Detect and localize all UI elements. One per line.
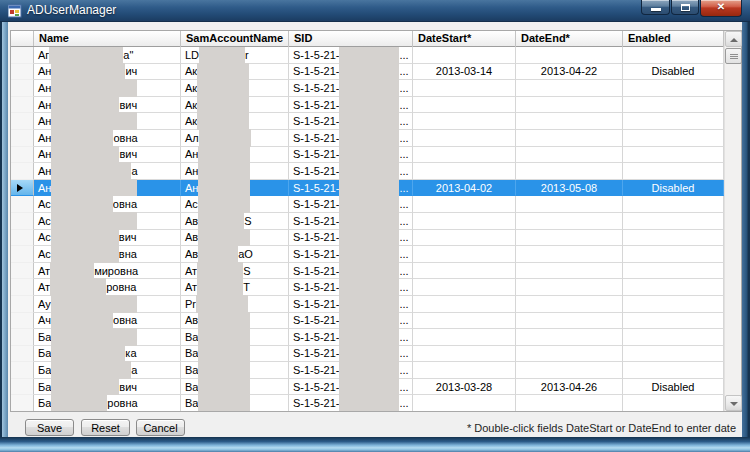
enabled-cell[interactable] xyxy=(623,47,724,64)
name-cell[interactable]: Ау xyxy=(34,296,181,313)
samaccountname-cell[interactable]: Ва xyxy=(181,379,289,396)
row-header-cell[interactable] xyxy=(11,80,34,97)
dateend-cell[interactable] xyxy=(516,329,623,346)
datestart-cell[interactable] xyxy=(413,346,516,363)
enabled-cell[interactable]: Disabled xyxy=(623,379,724,396)
enabled-cell[interactable] xyxy=(623,163,724,180)
row-header-cell[interactable] xyxy=(11,97,34,114)
samaccountname-cell[interactable]: Ан xyxy=(181,163,289,180)
titlebar[interactable]: ADUserManager ✕ xyxy=(0,0,750,22)
enabled-cell[interactable] xyxy=(623,296,724,313)
table-row[interactable]: Ау Pr S-1-5-21-... xyxy=(11,296,724,313)
samaccountname-cell[interactable]: Ак xyxy=(181,80,289,97)
samaccountname-cell[interactable]: LDr xyxy=(181,47,289,64)
dateend-cell[interactable] xyxy=(516,263,623,280)
table-row[interactable]: Баа Ва S-1-5-21-... xyxy=(11,362,724,379)
dateend-cell[interactable] xyxy=(516,246,623,263)
datestart-cell[interactable] xyxy=(413,147,516,164)
name-cell[interactable]: Ан xyxy=(34,180,181,197)
enabled-cell[interactable] xyxy=(623,279,724,296)
sid-cell[interactable]: S-1-5-21-... xyxy=(289,130,413,147)
samaccountname-cell[interactable]: Ал xyxy=(181,130,289,147)
samaccountname-cell[interactable]: Ва xyxy=(181,362,289,379)
row-header-cell[interactable] xyxy=(11,130,34,147)
row-header-cell[interactable] xyxy=(11,263,34,280)
sid-cell[interactable]: S-1-5-21-... xyxy=(289,180,413,197)
enabled-cell[interactable] xyxy=(623,246,724,263)
scrollbar-up-button[interactable] xyxy=(725,31,742,47)
dateend-cell[interactable] xyxy=(516,163,623,180)
save-button[interactable]: Save xyxy=(25,419,74,436)
scrollbar-thumb[interactable] xyxy=(725,48,742,64)
enabled-cell[interactable] xyxy=(623,362,724,379)
column-header-dateend[interactable]: DateEnd* xyxy=(516,31,623,47)
table-row[interactable]: Асвич Ав S-1-5-21-... xyxy=(11,230,724,247)
datestart-cell[interactable] xyxy=(413,130,516,147)
table-row[interactable]: Ан Ак S-1-5-21-... xyxy=(11,80,724,97)
name-cell[interactable]: Ба xyxy=(34,329,181,346)
sid-cell[interactable]: S-1-5-21-... xyxy=(289,263,413,280)
samaccountname-cell[interactable]: Ва xyxy=(181,395,289,411)
enabled-cell[interactable] xyxy=(623,80,724,97)
dateend-cell[interactable] xyxy=(516,296,623,313)
samaccountname-cell[interactable]: АваО xyxy=(181,246,289,263)
dateend-cell[interactable] xyxy=(516,362,623,379)
row-header-cell[interactable] xyxy=(11,213,34,230)
sid-cell[interactable]: S-1-5-21-... xyxy=(289,230,413,247)
dateend-cell[interactable] xyxy=(516,147,623,164)
dateend-cell[interactable] xyxy=(516,395,623,411)
dateend-cell[interactable] xyxy=(516,230,623,247)
sid-cell[interactable]: S-1-5-21-... xyxy=(289,379,413,396)
datestart-cell[interactable]: 2013-04-02 xyxy=(413,180,516,197)
row-header-cell[interactable] xyxy=(11,395,34,411)
table-row[interactable]: Ана Ан S-1-5-21-... xyxy=(11,163,724,180)
row-header-cell[interactable] xyxy=(11,230,34,247)
name-cell[interactable]: Бака xyxy=(34,346,181,363)
samaccountname-cell[interactable]: АвS xyxy=(181,213,289,230)
table-row[interactable]: Анвич Ан S-1-5-21-... xyxy=(11,147,724,164)
table-row[interactable]: Асвна АваО S-1-5-21-... xyxy=(11,246,724,263)
name-cell[interactable]: Ан xyxy=(34,80,181,97)
samaccountname-cell[interactable]: Ав xyxy=(181,230,289,247)
enabled-cell[interactable] xyxy=(623,313,724,330)
row-header-cell[interactable] xyxy=(11,279,34,296)
datestart-cell[interactable] xyxy=(413,47,516,64)
sid-cell[interactable]: S-1-5-21-... xyxy=(289,113,413,130)
sid-cell[interactable]: S-1-5-21-... xyxy=(289,362,413,379)
column-header-datestart[interactable]: DateStart* xyxy=(413,31,516,47)
enabled-cell[interactable] xyxy=(623,113,724,130)
sid-cell[interactable]: S-1-5-21-... xyxy=(289,64,413,81)
row-header-cell[interactable] xyxy=(11,113,34,130)
close-button[interactable]: ✕ xyxy=(700,0,742,17)
dateend-cell[interactable] xyxy=(516,213,623,230)
table-row[interactable]: Бака Ва S-1-5-21-... xyxy=(11,346,724,363)
dateend-cell[interactable] xyxy=(516,196,623,213)
datestart-cell[interactable] xyxy=(413,80,516,97)
column-header-sid[interactable]: SID xyxy=(289,31,413,47)
column-header-enabled[interactable]: Enabled xyxy=(623,31,724,47)
enabled-cell[interactable]: Disabled xyxy=(623,180,724,197)
datestart-cell[interactable] xyxy=(413,246,516,263)
samaccountname-cell[interactable]: Ан xyxy=(181,147,289,164)
samaccountname-cell[interactable]: АтT xyxy=(181,279,289,296)
samaccountname-cell[interactable]: Ва xyxy=(181,346,289,363)
datestart-cell[interactable] xyxy=(413,263,516,280)
name-cell[interactable]: Анвич xyxy=(34,97,181,114)
grid-corner-cell[interactable] xyxy=(11,31,34,46)
name-cell[interactable]: Ачовна xyxy=(34,313,181,330)
row-header-cell[interactable] xyxy=(11,329,34,346)
datestart-cell[interactable] xyxy=(413,395,516,411)
enabled-cell[interactable]: Disabled xyxy=(623,64,724,81)
dateend-cell[interactable] xyxy=(516,130,623,147)
sid-cell[interactable]: S-1-5-21-... xyxy=(289,246,413,263)
name-cell[interactable]: Атровна xyxy=(34,279,181,296)
row-header-cell[interactable] xyxy=(11,246,34,263)
enabled-cell[interactable] xyxy=(623,346,724,363)
enabled-cell[interactable] xyxy=(623,147,724,164)
table-row[interactable]: Анич Ак S-1-5-21-... 2013-03-14 2013-04-… xyxy=(11,64,724,81)
sid-cell[interactable]: S-1-5-21-... xyxy=(289,213,413,230)
samaccountname-cell[interactable]: Pr xyxy=(181,296,289,313)
name-cell[interactable]: Ага" xyxy=(34,47,181,64)
samaccountname-cell[interactable]: Ак xyxy=(181,64,289,81)
samaccountname-cell[interactable]: Ан xyxy=(181,180,289,197)
